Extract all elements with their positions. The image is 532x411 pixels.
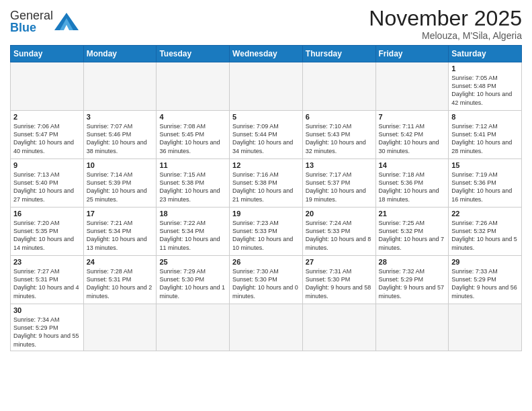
logo-general: General	[10, 9, 53, 22]
day-info: Sunrise: 7:06 AMSunset: 5:47 PMDaylight:…	[13, 123, 74, 154]
table-row: 11 Sunrise: 7:15 AMSunset: 5:38 PMDaylig…	[157, 159, 230, 208]
table-row: 1 Sunrise: 7:05 AMSunset: 5:48 PMDayligh…	[449, 62, 522, 111]
day-info: Sunrise: 7:30 AMSunset: 5:30 PMDaylight:…	[232, 268, 298, 299]
header-wednesday: Wednesday	[230, 46, 303, 62]
day-info: Sunrise: 7:08 AMSunset: 5:45 PMDaylight:…	[159, 123, 220, 154]
day-info: Sunrise: 7:13 AMSunset: 5:40 PMDaylight:…	[13, 171, 74, 202]
day-number: 23	[13, 258, 81, 266]
table-row: 16 Sunrise: 7:20 AMSunset: 5:35 PMDaylig…	[11, 208, 84, 256]
calendar-row: 30 Sunrise: 7:34 AMSunset: 5:29 PMDaylig…	[11, 304, 522, 351]
table-row: 9 Sunrise: 7:13 AMSunset: 5:40 PMDayligh…	[11, 159, 84, 208]
table-row: 27 Sunrise: 7:31 AMSunset: 5:30 PMDaylig…	[302, 256, 375, 304]
day-number: 28	[379, 258, 446, 266]
day-number: 21	[379, 210, 446, 218]
day-info: Sunrise: 7:19 AMSunset: 5:36 PMDaylight:…	[451, 171, 512, 202]
table-row: 24 Sunrise: 7:28 AMSunset: 5:31 PMDaylig…	[83, 256, 157, 304]
empty-cell	[230, 62, 303, 111]
day-info: Sunrise: 7:09 AMSunset: 5:44 PMDaylight:…	[232, 123, 293, 154]
day-number: 3	[87, 113, 154, 121]
empty-cell	[302, 304, 375, 351]
header-friday: Friday	[375, 46, 449, 62]
day-number: 19	[232, 210, 300, 218]
logo: General Blue	[10, 9, 79, 34]
empty-cell	[449, 304, 522, 351]
day-number: 27	[306, 258, 373, 266]
table-row: 5 Sunrise: 7:09 AMSunset: 5:44 PMDayligh…	[230, 111, 303, 159]
empty-cell	[157, 304, 230, 351]
calendar-row: 9 Sunrise: 7:13 AMSunset: 5:40 PMDayligh…	[11, 159, 522, 208]
calendar-row: 23 Sunrise: 7:27 AMSunset: 5:31 PMDaylig…	[11, 256, 522, 304]
day-number: 8	[451, 113, 519, 121]
empty-cell	[157, 62, 230, 111]
day-info: Sunrise: 7:17 AMSunset: 5:37 PMDaylight:…	[306, 171, 366, 202]
day-number: 30	[13, 306, 81, 314]
table-row: 10 Sunrise: 7:14 AMSunset: 5:39 PMDaylig…	[83, 159, 157, 208]
empty-cell	[302, 62, 375, 111]
day-info: Sunrise: 7:07 AMSunset: 5:46 PMDaylight:…	[87, 123, 147, 154]
day-info: Sunrise: 7:12 AMSunset: 5:41 PMDaylight:…	[451, 123, 512, 154]
day-number: 7	[379, 113, 446, 121]
logo-blue: Blue	[10, 21, 36, 34]
calendar-row: 16 Sunrise: 7:20 AMSunset: 5:35 PMDaylig…	[11, 208, 522, 256]
day-number: 10	[87, 161, 154, 169]
day-info: Sunrise: 7:27 AMSunset: 5:31 PMDaylight:…	[13, 268, 79, 299]
day-number: 16	[13, 210, 81, 218]
table-row: 14 Sunrise: 7:18 AMSunset: 5:36 PMDaylig…	[375, 159, 449, 208]
day-info: Sunrise: 7:15 AMSunset: 5:38 PMDaylight:…	[159, 171, 220, 202]
empty-cell	[375, 62, 449, 111]
header-saturday: Saturday	[449, 46, 522, 62]
weekday-header-row: Sunday Monday Tuesday Wednesday Thursday…	[11, 46, 522, 62]
day-number: 4	[159, 113, 226, 121]
logo-icon	[54, 11, 79, 32]
day-number: 26	[232, 258, 300, 266]
day-info: Sunrise: 7:24 AMSunset: 5:33 PMDaylight:…	[306, 220, 371, 250]
table-row: 2 Sunrise: 7:06 AMSunset: 5:47 PMDayligh…	[11, 111, 84, 159]
table-row: 3 Sunrise: 7:07 AMSunset: 5:46 PMDayligh…	[83, 111, 157, 159]
table-row: 13 Sunrise: 7:17 AMSunset: 5:37 PMDaylig…	[302, 159, 375, 208]
day-number: 12	[232, 161, 300, 169]
table-row: 29 Sunrise: 7:33 AMSunset: 5:29 PMDaylig…	[449, 256, 522, 304]
day-info: Sunrise: 7:26 AMSunset: 5:32 PMDaylight:…	[451, 220, 517, 250]
table-row: 23 Sunrise: 7:27 AMSunset: 5:31 PMDaylig…	[11, 256, 84, 304]
day-number: 24	[87, 258, 154, 266]
day-info: Sunrise: 7:33 AMSunset: 5:29 PMDaylight:…	[451, 268, 517, 299]
calendar-row: 2 Sunrise: 7:06 AMSunset: 5:47 PMDayligh…	[11, 111, 522, 159]
day-info: Sunrise: 7:05 AMSunset: 5:48 PMDaylight:…	[451, 75, 512, 105]
empty-cell	[83, 62, 157, 111]
day-info: Sunrise: 7:31 AMSunset: 5:30 PMDaylight:…	[306, 268, 371, 299]
calendar-row: 1 Sunrise: 7:05 AMSunset: 5:48 PMDayligh…	[11, 62, 522, 111]
day-info: Sunrise: 7:14 AMSunset: 5:39 PMDaylight:…	[87, 171, 147, 202]
day-number: 9	[13, 161, 81, 169]
day-info: Sunrise: 7:18 AMSunset: 5:36 PMDaylight:…	[379, 171, 439, 202]
empty-cell	[375, 304, 449, 351]
table-row: 8 Sunrise: 7:12 AMSunset: 5:41 PMDayligh…	[449, 111, 522, 159]
day-info: Sunrise: 7:34 AMSunset: 5:29 PMDaylight:…	[13, 316, 79, 347]
day-info: Sunrise: 7:29 AMSunset: 5:30 PMDaylight:…	[159, 268, 225, 299]
page: General Blue November 2025 Melouza, M'Si…	[0, 0, 532, 411]
table-row: 18 Sunrise: 7:22 AMSunset: 5:34 PMDaylig…	[157, 208, 230, 256]
day-info: Sunrise: 7:21 AMSunset: 5:34 PMDaylight:…	[87, 220, 147, 250]
table-row: 26 Sunrise: 7:30 AMSunset: 5:30 PMDaylig…	[230, 256, 303, 304]
header-thursday: Thursday	[302, 46, 375, 62]
day-info: Sunrise: 7:25 AMSunset: 5:32 PMDaylight:…	[379, 220, 445, 250]
day-number: 25	[159, 258, 226, 266]
table-row: 22 Sunrise: 7:26 AMSunset: 5:32 PMDaylig…	[449, 208, 522, 256]
empty-cell	[230, 304, 303, 351]
day-number: 14	[379, 161, 446, 169]
day-info: Sunrise: 7:28 AMSunset: 5:31 PMDaylight:…	[87, 268, 152, 299]
day-info: Sunrise: 7:16 AMSunset: 5:38 PMDaylight:…	[232, 171, 293, 202]
day-number: 2	[13, 113, 81, 121]
title-block: November 2025 Melouza, M'Sila, Algeria	[369, 7, 522, 41]
day-info: Sunrise: 7:20 AMSunset: 5:35 PMDaylight:…	[13, 220, 74, 250]
header-sunday: Sunday	[11, 46, 84, 62]
table-row: 28 Sunrise: 7:32 AMSunset: 5:29 PMDaylig…	[375, 256, 449, 304]
day-number: 6	[306, 113, 373, 121]
month-title: November 2025	[369, 7, 522, 30]
day-info: Sunrise: 7:10 AMSunset: 5:43 PMDaylight:…	[306, 123, 366, 154]
table-row: 12 Sunrise: 7:16 AMSunset: 5:38 PMDaylig…	[230, 159, 303, 208]
table-row: 4 Sunrise: 7:08 AMSunset: 5:45 PMDayligh…	[157, 111, 230, 159]
empty-cell	[83, 304, 157, 351]
location: Melouza, M'Sila, Algeria	[369, 30, 522, 41]
table-row: 17 Sunrise: 7:21 AMSunset: 5:34 PMDaylig…	[83, 208, 157, 256]
table-row: 7 Sunrise: 7:11 AMSunset: 5:42 PMDayligh…	[375, 111, 449, 159]
